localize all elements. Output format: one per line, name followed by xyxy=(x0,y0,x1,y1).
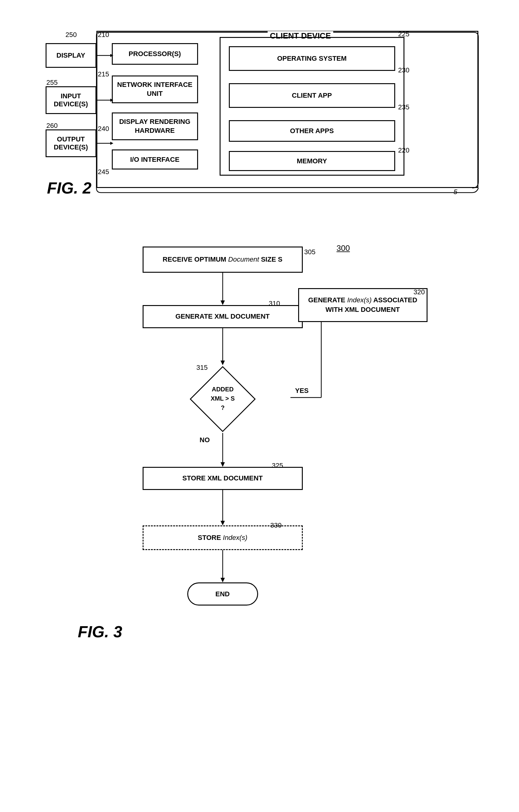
ref-235: 235 xyxy=(398,103,410,111)
ref-310: 310 xyxy=(269,299,280,308)
ref-215: 215 xyxy=(98,70,109,78)
display-rendering-box: DISPLAY RENDERING HARDWARE xyxy=(112,113,198,140)
svg-marker-14 xyxy=(220,462,225,467)
output-device-label: OUTPUT DEVICE(S) xyxy=(47,135,95,151)
processor-box: PROCESSOR(S) xyxy=(112,43,198,65)
fig3-label: FIG. 3 xyxy=(78,622,122,641)
svg-marker-18 xyxy=(220,578,225,582)
ref-225: 225 xyxy=(398,30,410,38)
flow-box-305: RECEIVE OPTIMUM Document SIZE S xyxy=(143,246,303,273)
fig2-label: FIG. 2 xyxy=(47,179,91,197)
client-app-label: CLIENT APP xyxy=(292,91,332,99)
operating-system-label: OPERATING SYSTEM xyxy=(277,55,347,63)
flow-box-325: STORE XML DOCUMENT xyxy=(143,467,303,490)
ref-300: 300 xyxy=(337,243,350,253)
network-interface-box: NETWORK INTERFACE UNIT xyxy=(112,76,198,103)
box-305-text: RECEIVE OPTIMUM Document SIZE S xyxy=(163,255,282,264)
ref-250: 250 xyxy=(66,31,77,39)
svg-text:XML > S: XML > S xyxy=(211,395,235,402)
client-app-box: CLIENT APP xyxy=(229,83,395,108)
svg-text:?: ? xyxy=(220,404,224,411)
ref-305: 305 xyxy=(304,248,316,256)
io-interface-box: I/O INTERFACE xyxy=(112,149,198,170)
box-310-text: GENERATE XML DOCUMENT xyxy=(176,312,270,321)
display-box: DISPLAY xyxy=(45,43,96,68)
svg-text:NO: NO xyxy=(200,436,210,444)
box-320-text: GENERATE Index(s) ASSOCIATED WITH XML DO… xyxy=(302,295,424,315)
svg-marker-16 xyxy=(220,521,225,525)
ref-5: 5 xyxy=(454,188,457,196)
operating-system-box: OPERATING SYSTEM xyxy=(229,46,395,71)
output-device-box: OUTPUT DEVICE(S) xyxy=(45,129,96,157)
io-interface-label: I/O INTERFACE xyxy=(130,155,179,164)
box-330-text: STORE Index(s) xyxy=(198,533,247,543)
memory-box: MEMORY xyxy=(229,151,395,171)
flow-box-320: GENERATE Index(s) ASSOCIATED WITH XML DO… xyxy=(298,288,428,322)
ref-260: 260 xyxy=(47,122,58,130)
other-apps-label: OTHER APPS xyxy=(290,127,334,135)
svg-text:YES: YES xyxy=(295,387,309,395)
flow-oval-end: END xyxy=(187,582,258,606)
fig3-diagram: YES NO RECEIVE OPTIMUM Document SIZE S 3… xyxy=(59,228,460,660)
ref-255: 255 xyxy=(47,79,58,87)
fig2-diagram: CLIENT DEVICE DISPLAY INPUT DEVICE(S) OU… xyxy=(29,25,491,203)
processor-label: PROCESSOR(S) xyxy=(129,50,181,58)
ref-220: 220 xyxy=(398,146,410,154)
display-rendering-label: DISPLAY RENDERING HARDWARE xyxy=(113,117,197,135)
display-label: DISPLAY xyxy=(56,52,85,59)
flow-box-310: GENERATE XML DOCUMENT xyxy=(143,305,303,328)
ref-320: 320 xyxy=(414,288,425,296)
input-device-box: INPUT DEVICE(S) xyxy=(45,86,96,114)
box-325-text: STORE XML DOCUMENT xyxy=(182,474,263,483)
ref-325: 325 xyxy=(272,462,283,470)
ref-315: 315 xyxy=(196,364,208,372)
input-device-label: INPUT DEVICE(S) xyxy=(47,92,95,108)
end-label: END xyxy=(215,590,230,598)
ref-330: 330 xyxy=(270,521,282,529)
memory-label: MEMORY xyxy=(297,157,327,165)
ref-245: 245 xyxy=(98,168,109,176)
ref-240: 240 xyxy=(98,125,109,133)
other-apps-box: OTHER APPS xyxy=(229,120,395,142)
ref-230: 230 xyxy=(398,66,410,74)
flow-diamond-315: ADDED XML > S ? xyxy=(189,365,256,433)
svg-marker-7 xyxy=(220,300,225,305)
network-interface-label: NETWORK INTERFACE UNIT xyxy=(113,81,197,98)
svg-text:ADDED: ADDED xyxy=(212,386,234,393)
svg-marker-9 xyxy=(220,360,225,365)
ref-210: 210 xyxy=(98,31,109,39)
